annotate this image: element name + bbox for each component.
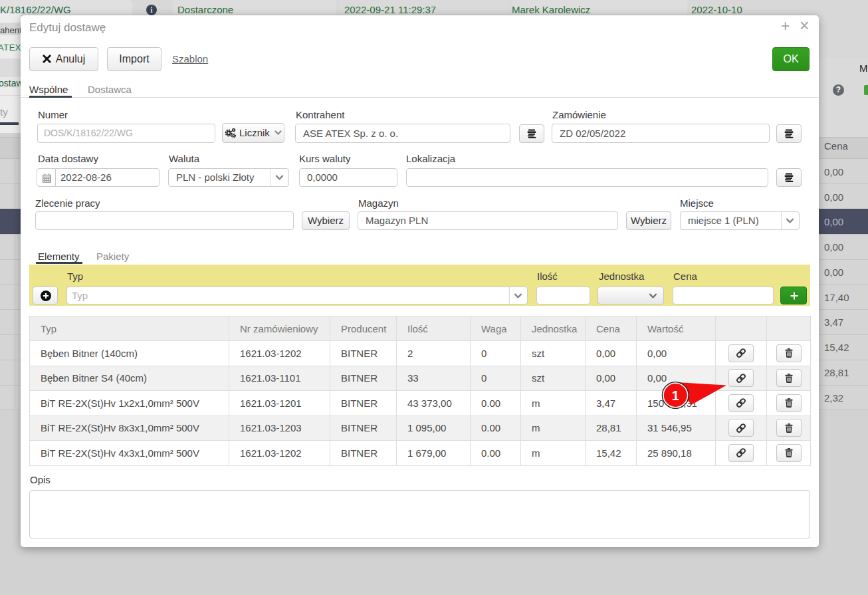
svg-text:1: 1 [672,388,679,403]
